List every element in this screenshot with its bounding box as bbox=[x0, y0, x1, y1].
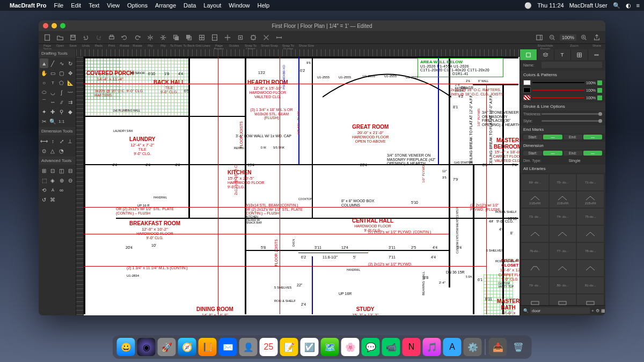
pattern-swatch[interactable] bbox=[523, 95, 531, 100]
adv-11[interactable]: ∞ bbox=[57, 185, 66, 195]
dock-contacts[interactable]: 👤 bbox=[239, 338, 258, 356]
lib-item[interactable]: 75-do... bbox=[577, 209, 604, 225]
adv-12[interactable]: ↺ bbox=[40, 195, 48, 204]
stroke-toggle[interactable] bbox=[597, 88, 602, 93]
flip-v-button[interactable] bbox=[157, 32, 170, 43]
rotate-cw-button[interactable] bbox=[131, 32, 144, 43]
library-view-button[interactable]: ▦ bbox=[601, 308, 605, 313]
page-breaks-button[interactable] bbox=[208, 32, 221, 43]
knife-tool[interactable]: ✂ bbox=[40, 116, 48, 126]
fill-swatch[interactable] bbox=[523, 80, 531, 85]
arc-dim-tool[interactable]: ◔ bbox=[57, 146, 66, 156]
lib-item[interactable]: 76-do... bbox=[522, 243, 548, 259]
dock-notes[interactable]: 📝 bbox=[280, 338, 298, 356]
adv-2[interactable]: ⊡ bbox=[48, 166, 57, 175]
move-tool[interactable]: ✥ bbox=[66, 68, 75, 78]
guides-button[interactable] bbox=[221, 32, 234, 43]
hdim-tool[interactable]: ⟷ bbox=[40, 136, 48, 146]
menu-text[interactable]: Text bbox=[89, 2, 99, 9]
snap-object-button[interactable] bbox=[234, 32, 247, 43]
lib-item[interactable]: 70- do... bbox=[550, 174, 576, 190]
dock-maps[interactable]: 🗺️ bbox=[321, 338, 339, 356]
library-selector[interactable]: All Libraries bbox=[520, 165, 605, 173]
arc-tool[interactable]: ◡ bbox=[48, 87, 57, 97]
zoom-out-button[interactable] bbox=[546, 32, 559, 43]
lib-item[interactable]: 81-do... bbox=[577, 277, 604, 293]
adv-1[interactable]: ⊞ bbox=[40, 166, 48, 175]
lib-item[interactable]: 71-do... bbox=[577, 174, 604, 190]
zoom-in-button[interactable] bbox=[577, 32, 590, 43]
add-library-button[interactable]: + bbox=[591, 308, 594, 313]
fill-tool[interactable]: ◆ bbox=[66, 107, 75, 116]
lib-item[interactable]: 74- do... bbox=[550, 209, 576, 225]
polygon-tool[interactable]: ⬠ bbox=[57, 78, 66, 87]
wifi-icon[interactable]: ⚪ bbox=[524, 2, 532, 9]
dock-downloads[interactable]: 📥 bbox=[489, 338, 507, 356]
dock-news[interactable]: N bbox=[402, 338, 421, 356]
notifications-icon[interactable]: ≡ bbox=[636, 2, 640, 9]
scale-ratio[interactable]: 1:1 bbox=[57, 116, 66, 126]
polyline-tool[interactable]: ∿ bbox=[57, 58, 66, 68]
end-value[interactable]: — bbox=[583, 135, 602, 139]
dock-siri[interactable]: ◉ bbox=[137, 338, 156, 356]
lib-item[interactable] bbox=[577, 260, 604, 276]
control-center-icon[interactable]: ◐ bbox=[626, 2, 631, 9]
share-button[interactable] bbox=[590, 32, 603, 43]
adv-8[interactable]: ⊖ bbox=[66, 175, 75, 185]
start-mark[interactable]: Start: bbox=[523, 135, 542, 139]
pattern-toggle[interactable] bbox=[597, 95, 602, 100]
dock-safari[interactable]: 🧭 bbox=[178, 338, 196, 356]
zoom-tool[interactable]: 🔍 bbox=[48, 116, 57, 126]
adv-6[interactable]: ◈ bbox=[48, 175, 57, 185]
name-field[interactable] bbox=[541, 62, 602, 68]
dock-launchpad[interactable]: 🚀 bbox=[158, 338, 176, 356]
save-button[interactable] bbox=[67, 32, 79, 43]
adv-7[interactable]: ⊕ bbox=[57, 175, 66, 185]
radial-dim-tool[interactable]: ⊙ bbox=[40, 146, 48, 156]
rounded-rect-tool[interactable]: ▢ bbox=[57, 68, 66, 78]
start-value[interactable]: — bbox=[543, 135, 562, 139]
smart-snap-button[interactable] bbox=[247, 32, 260, 43]
lib-item[interactable] bbox=[522, 294, 548, 305]
snap-guides-button[interactable] bbox=[260, 32, 273, 43]
star-tool[interactable]: ✦ bbox=[40, 107, 48, 116]
spline-tool[interactable]: ∽ bbox=[48, 97, 57, 107]
tab-grid[interactable] bbox=[571, 49, 588, 60]
rotate-ccw-button[interactable] bbox=[118, 32, 131, 43]
ruler-vertical[interactable] bbox=[76, 57, 84, 315]
eyedropper-tool[interactable]: ⚲ bbox=[57, 107, 66, 116]
adv-5[interactable]: ⬚ bbox=[40, 175, 48, 185]
lib-item[interactable]: 69- do... bbox=[522, 174, 548, 190]
zoom-value[interactable]: 100% bbox=[560, 34, 576, 41]
to-back-button[interactable] bbox=[182, 32, 195, 43]
end-mark[interactable]: End: bbox=[564, 135, 582, 139]
adv-9[interactable]: ⟲ bbox=[40, 185, 48, 195]
show-panels-button[interactable] bbox=[533, 32, 546, 43]
menu-arrange[interactable]: Arrange bbox=[155, 2, 176, 9]
circle-tool[interactable]: ○ bbox=[40, 78, 48, 87]
measure-tool[interactable]: 📐 bbox=[66, 78, 75, 87]
dim-type-select[interactable]: Single bbox=[547, 158, 602, 163]
lib-item[interactable]: 80- do... bbox=[550, 277, 576, 293]
line-tool[interactable]: ╱ bbox=[48, 58, 57, 68]
ruler-horizontal[interactable] bbox=[76, 49, 519, 57]
page-setup-button[interactable] bbox=[41, 32, 54, 43]
lib-item[interactable] bbox=[550, 260, 576, 276]
dock-photos[interactable]: 🌸 bbox=[341, 338, 360, 356]
to-front-button[interactable] bbox=[170, 32, 182, 43]
redo-button[interactable] bbox=[92, 32, 105, 43]
dock-facetime[interactable]: 📹 bbox=[382, 338, 400, 356]
stroke-swatch[interactable] bbox=[523, 87, 531, 93]
adv-3[interactable]: ◫ bbox=[57, 166, 66, 175]
menu-view[interactable]: View bbox=[107, 2, 120, 9]
menu-options[interactable]: Options bbox=[127, 2, 148, 9]
rect-tool[interactable]: ▭ bbox=[48, 68, 57, 78]
lib-item[interactable]: 77- do... bbox=[550, 243, 576, 259]
lib-item[interactable] bbox=[522, 260, 548, 276]
lib-item[interactable]: 21BxRfl bbox=[550, 191, 576, 208]
tab-layers[interactable] bbox=[537, 49, 554, 60]
dock-mail[interactable]: ✉️ bbox=[219, 338, 237, 356]
dim-start[interactable]: Start: bbox=[523, 151, 542, 156]
dock-calendar[interactable]: 25 bbox=[260, 338, 278, 356]
flip-h-button[interactable] bbox=[144, 32, 157, 43]
